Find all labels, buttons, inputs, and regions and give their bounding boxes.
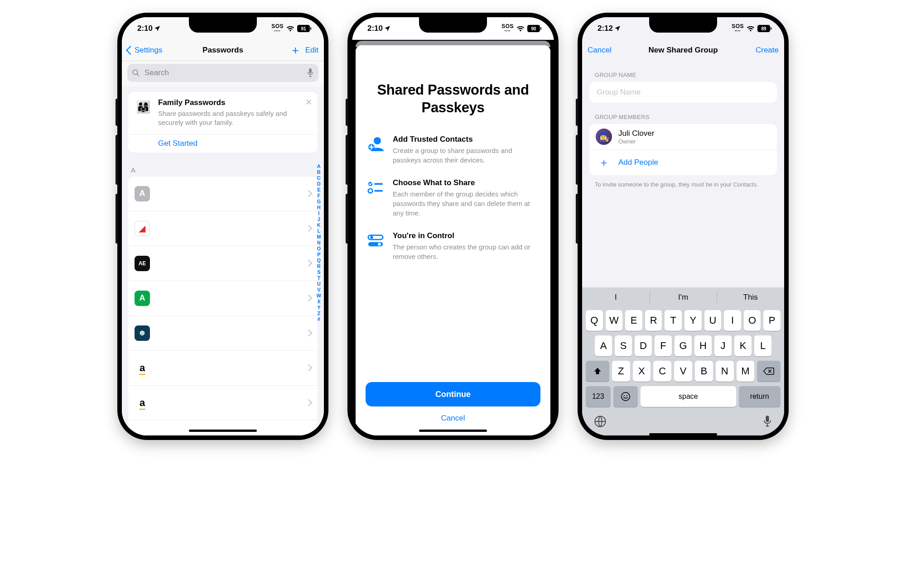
- key-n[interactable]: N: [716, 361, 734, 382]
- key-e[interactable]: E: [625, 310, 642, 331]
- index-letter[interactable]: F: [317, 193, 320, 199]
- add-button[interactable]: +: [292, 44, 299, 56]
- nav-bar: Settings Passwords + Edit: [122, 40, 324, 61]
- index-letter[interactable]: C: [317, 175, 321, 181]
- index-letter[interactable]: K: [317, 222, 321, 228]
- add-people-button[interactable]: ＋ Add People: [589, 150, 777, 175]
- list-item[interactable]: 🧙‍♀️ Juli Clover Owner: [589, 124, 777, 150]
- content-body[interactable]: ✕ 👨‍👩‍👧 Family Passwords Share passwords…: [122, 86, 324, 435]
- suggestion[interactable]: I'm: [650, 287, 717, 307]
- continue-button[interactable]: Continue: [366, 382, 540, 406]
- list-item[interactable]: A: [128, 281, 318, 316]
- dictation-icon[interactable]: [762, 415, 772, 431]
- home-indicator: [419, 430, 487, 432]
- index-letter[interactable]: R: [317, 263, 321, 269]
- index-letter[interactable]: V: [317, 287, 320, 293]
- key-b[interactable]: B: [695, 361, 713, 382]
- index-letter[interactable]: H: [317, 205, 321, 210]
- key-l[interactable]: L: [754, 335, 771, 356]
- list-item[interactable]: AE: [128, 246, 318, 281]
- key-p[interactable]: P: [763, 310, 781, 331]
- key-g[interactable]: G: [675, 335, 692, 356]
- key-z[interactable]: Z: [612, 361, 630, 382]
- feature-title: Add Trusted Contacts: [393, 135, 540, 144]
- key-s[interactable]: S: [615, 335, 632, 356]
- key-r[interactable]: R: [645, 310, 662, 331]
- space-key[interactable]: space: [641, 386, 736, 407]
- index-letter[interactable]: #: [318, 316, 320, 322]
- key-d[interactable]: D: [635, 335, 652, 356]
- index-letter[interactable]: Z: [317, 311, 320, 316]
- emoji-key[interactable]: [613, 386, 638, 407]
- index-letter[interactable]: J: [318, 216, 320, 222]
- key-x[interactable]: X: [633, 361, 651, 382]
- index-letter[interactable]: O: [317, 246, 321, 252]
- key-u[interactable]: U: [704, 310, 722, 331]
- battery-indicator: 89: [757, 25, 771, 32]
- backspace-key[interactable]: [757, 361, 781, 382]
- get-started-button[interactable]: Get Started: [135, 139, 311, 148]
- shift-key[interactable]: [586, 361, 609, 382]
- index-letter[interactable]: M: [317, 234, 321, 240]
- return-key[interactable]: return: [739, 386, 781, 407]
- key-f[interactable]: F: [655, 335, 672, 356]
- key-i[interactable]: I: [724, 310, 741, 331]
- key-c[interactable]: C: [653, 361, 671, 382]
- index-letter[interactable]: T: [317, 275, 320, 281]
- index-letter[interactable]: P: [317, 252, 320, 258]
- back-button[interactable]: Settings: [127, 46, 162, 55]
- index-letter[interactable]: B: [317, 169, 321, 175]
- key-h[interactable]: H: [694, 335, 712, 356]
- search-field[interactable]: [127, 64, 318, 82]
- close-icon[interactable]: ✕: [305, 97, 312, 107]
- index-letter[interactable]: Q: [317, 258, 321, 263]
- chevron-right-icon: [305, 190, 313, 197]
- index-letter[interactable]: U: [317, 281, 321, 287]
- key-a[interactable]: A: [595, 335, 612, 356]
- cancel-button[interactable]: Cancel: [588, 46, 612, 55]
- edit-button[interactable]: Edit: [305, 46, 318, 55]
- form-body[interactable]: GROUP NAME GROUP MEMBERS 🧙‍♀️ Juli Clove…: [582, 61, 784, 287]
- key-m[interactable]: M: [737, 361, 755, 382]
- alphabet-index[interactable]: ABCDEFGHIJKLMNOPQRSTUVWXYZ#: [317, 163, 321, 322]
- globe-icon[interactable]: [594, 415, 607, 431]
- chevron-right-icon: [305, 364, 313, 372]
- suggestion[interactable]: I: [582, 287, 650, 307]
- group-name-input[interactable]: [596, 87, 772, 97]
- index-letter[interactable]: I: [318, 210, 319, 216]
- index-letter[interactable]: W: [317, 293, 321, 299]
- key-y[interactable]: Y: [684, 310, 702, 331]
- list-item[interactable]: ◢: [128, 211, 318, 246]
- suggestion[interactable]: This: [717, 287, 784, 307]
- mic-icon[interactable]: [307, 68, 314, 78]
- list-item[interactable]: a: [128, 421, 318, 436]
- emoji-icon: [621, 392, 631, 402]
- keyboard[interactable]: I I'm This QWERTYUIOP ASDFGHJKL ZXCVBNM: [582, 287, 784, 435]
- search-input[interactable]: [144, 68, 303, 78]
- index-letter[interactable]: D: [317, 181, 321, 187]
- list-item[interactable]: A: [128, 177, 318, 211]
- list-item[interactable]: a: [128, 386, 318, 421]
- member-name: Juli Clover: [618, 129, 654, 138]
- cancel-button[interactable]: Cancel: [441, 414, 465, 423]
- index-letter[interactable]: L: [317, 228, 320, 234]
- index-letter[interactable]: G: [317, 199, 321, 205]
- numbers-key[interactable]: 123: [586, 386, 611, 407]
- key-j[interactable]: J: [714, 335, 732, 356]
- index-letter[interactable]: X: [317, 299, 320, 305]
- key-v[interactable]: V: [674, 361, 692, 382]
- create-button[interactable]: Create: [756, 46, 779, 55]
- key-t[interactable]: T: [665, 310, 682, 331]
- index-letter[interactable]: Y: [317, 305, 320, 311]
- index-letter[interactable]: S: [317, 269, 320, 275]
- index-letter[interactable]: A: [317, 163, 321, 169]
- key-o[interactable]: O: [744, 310, 761, 331]
- index-letter[interactable]: N: [317, 240, 321, 246]
- index-letter[interactable]: E: [317, 187, 320, 193]
- back-label: Settings: [135, 46, 162, 55]
- key-w[interactable]: W: [606, 310, 623, 331]
- list-item[interactable]: a: [128, 351, 318, 386]
- key-k[interactable]: K: [734, 335, 752, 356]
- list-item[interactable]: ☻: [128, 316, 318, 351]
- key-q[interactable]: Q: [586, 310, 603, 331]
